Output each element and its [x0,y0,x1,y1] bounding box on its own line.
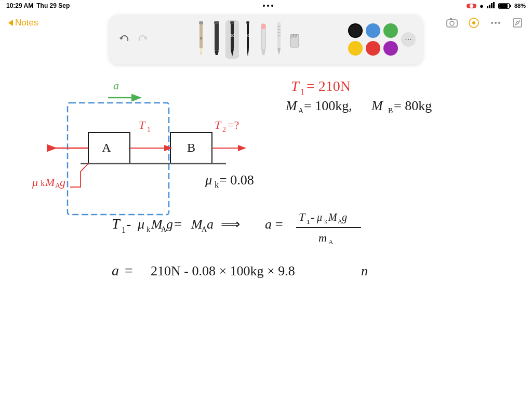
svg-text:k: k [41,179,45,188]
wifi-icon: ● [480,2,484,10]
svg-rect-30 [261,24,265,29]
svg-rect-0 [487,6,488,8]
svg-text:1: 1 [122,225,126,234]
svg-text:= 210N: = 210N [307,78,351,94]
more-options-button[interactable]: ··· [401,32,416,47]
svg-text:210N - 0.08 × 100kg × 9.8: 210N - 0.08 × 100kg × 9.8 [151,263,295,278]
battery-indicator [498,3,511,9]
svg-text:B: B [187,141,195,154]
back-chevron-icon [8,20,13,26]
svg-rect-4 [447,20,457,27]
battery-percent: 88% [514,3,526,9]
redo-button[interactable] [135,32,151,47]
svg-rect-20 [214,21,219,24]
svg-text:M: M [371,98,383,113]
svg-text:a: a [113,79,119,92]
camera-button[interactable] [446,17,458,29]
svg-text:M: M [285,98,298,113]
canvas-area[interactable]: T 1 = 210N M A = 100kg, M B = 80kg a [0,68,532,399]
svg-text:=: = [125,262,133,278]
record-circle [470,4,473,8]
svg-point-10 [495,22,497,24]
svg-text:A: A [298,107,304,115]
svg-rect-18 [215,22,219,51]
eraser-tool[interactable] [257,20,270,59]
svg-rect-2 [491,3,493,8]
svg-text:= 0.08: = 0.08 [219,172,254,188]
color-red[interactable] [366,41,380,56]
status-left: 10:29 AM Thu 29 Sep [6,2,70,9]
svg-text:a: a [112,262,119,278]
svg-text:μ: μ [205,172,212,188]
svg-text:1: 1 [147,126,151,134]
svg-text:50: 50 [230,33,235,38]
svg-text:= 100kg,: = 100kg, [304,98,352,113]
svg-text:k: k [215,180,219,189]
hatched-tool[interactable] [272,20,286,59]
svg-text:M: M [45,176,56,189]
svg-rect-38 [290,34,299,47]
time-display: 10:29 AM [6,2,33,9]
svg-text:T: T [112,216,121,232]
handwriting-canvas: T 1 = 210N M A = 100kg, M B = 80kg a [0,68,532,399]
marker-tool[interactable] [210,20,223,59]
svg-marker-31 [261,50,265,55]
svg-text:A: A [102,141,111,154]
svg-point-9 [491,22,493,24]
signal-icon [487,2,495,9]
svg-marker-19 [215,51,219,55]
ruler-tool[interactable] [288,20,301,59]
svg-text:-: - [126,216,131,232]
pen-tools-group: A 50 50 [154,20,342,59]
svg-text:=?: =? [228,118,239,131]
status-center [263,5,273,7]
undo-button[interactable] [116,32,132,47]
color-black[interactable] [348,23,363,38]
nav-right-buttons [446,17,524,29]
svg-text:m: m [318,231,327,244]
svg-rect-12 [513,19,522,27]
record-indicator [467,4,476,8]
svg-text:a: a [207,217,214,232]
ellipsis-button[interactable] [489,17,502,29]
svg-rect-1 [489,5,490,8]
svg-rect-16 [199,21,203,24]
color-blue[interactable] [366,23,380,38]
svg-text:50: 50 [246,33,250,38]
pencil-tool[interactable]: A [194,20,208,59]
svg-text:k: k [147,225,150,233]
svg-text:1: 1 [300,87,304,96]
svg-rect-27 [246,21,249,24]
color-yellow[interactable] [348,41,363,56]
svg-marker-15 [201,52,202,55]
svg-text:B: B [388,107,393,115]
drawing-toolbar: A 50 50 [109,15,423,64]
svg-text:A: A [200,36,203,40]
color-green[interactable] [383,23,398,38]
svg-text:=: = [275,217,283,232]
svg-text:M: M [328,211,338,223]
color-purple[interactable] [383,41,398,56]
svg-rect-13 [200,22,203,48]
dot2 [267,5,269,7]
pen-tool[interactable]: 50 [225,20,239,59]
svg-text:k: k [324,218,327,225]
svg-text:2: 2 [222,126,226,134]
svg-text:= 80kg: = 80kg [394,98,432,113]
svg-marker-22 [231,49,234,57]
dot3 [271,5,273,7]
svg-marker-26 [247,49,249,57]
svg-text:1: 1 [307,218,310,225]
svg-text:μ: μ [137,217,144,232]
compose-button[interactable] [511,17,524,29]
svg-text:T: T [299,210,306,223]
badge-circle-button[interactable] [468,17,480,29]
color-palette [348,23,398,56]
date-display: Thu 29 Sep [36,2,70,9]
thin-pen-tool[interactable]: 50 [241,20,255,59]
back-button[interactable]: Notes [8,18,38,28]
svg-text:⟹: ⟹ [221,217,240,232]
svg-rect-6 [450,18,452,20]
svg-text:n: n [361,263,368,278]
svg-point-11 [498,22,500,24]
